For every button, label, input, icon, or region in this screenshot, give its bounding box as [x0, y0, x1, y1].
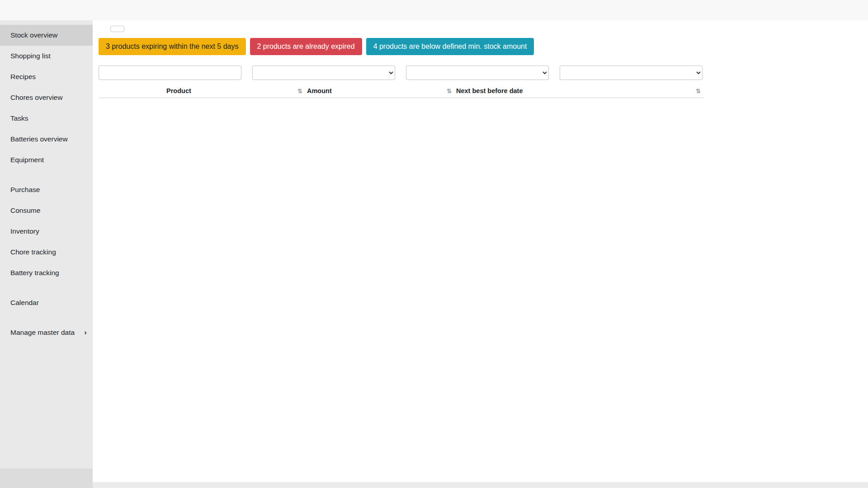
sidebar-item-inventory[interactable]: Inventory	[0, 221, 93, 242]
sort-icon[interactable]: ⇅	[447, 88, 452, 94]
sidebar-item-manage-master-data[interactable]: Manage master data ›	[0, 322, 93, 343]
sidebar-item-batteries-overview[interactable]: Batteries overview	[0, 129, 93, 150]
sidebar-item-label: Recipes	[10, 73, 36, 81]
alert-text: 3 products expiring within the next 5 da…	[106, 42, 239, 51]
sidebar-item-label: Batteries overview	[10, 135, 68, 143]
alert-badge[interactable]: 4 products are below defined min. stock …	[366, 38, 534, 55]
sidebar-item-label: Consume	[10, 206, 40, 215]
status-filter-select[interactable]	[560, 66, 703, 80]
column-header: Product	[166, 87, 191, 94]
topbar-menu	[605, 0, 641, 20]
main-content: 3 products expiring within the next 5 da…	[93, 20, 710, 98]
alert-badge[interactable]: 3 products expiring within the next 5 da…	[99, 38, 246, 55]
sidebar-item-consume[interactable]: Consume	[0, 200, 93, 221]
actions-column-header	[99, 85, 165, 98]
column-header: Next best before date	[456, 87, 523, 94]
sidebar-item-label: Equipment	[10, 156, 44, 164]
sidebar-item-label: Purchase	[10, 186, 40, 194]
journal-button[interactable]	[110, 26, 124, 32]
sidebar-item-label: Battery tracking	[10, 269, 59, 277]
sidebar-item-label: Calendar	[10, 299, 39, 307]
topbar	[0, 0, 868, 20]
sidebar-item-label: Stock overview	[10, 31, 57, 39]
filter-bar	[99, 63, 710, 80]
sidebar-item-chore-tracking[interactable]: Chore tracking	[0, 242, 93, 263]
sidebar-item-recipes[interactable]: Recipes	[0, 66, 93, 87]
alert-text: 2 products are already expired	[257, 42, 355, 51]
sidebar-item-label: Tasks	[10, 114, 28, 122]
location-filter-select[interactable]	[252, 66, 395, 80]
stock-alerts: 3 products expiring within the next 5 da…	[99, 38, 710, 55]
sidebar-item-purchase[interactable]: Purchase	[0, 179, 93, 200]
sidebar-item-shopping-list[interactable]: Shopping list	[0, 46, 93, 66]
sidebar-item-label: Shopping list	[10, 52, 51, 60]
sidebar-item-label: Chores overview	[10, 94, 62, 102]
horizontal-scrollbar[interactable]	[93, 482, 868, 488]
search-input[interactable]	[99, 66, 241, 80]
product-group-filter-select[interactable]	[406, 66, 549, 80]
sidebar-item-label: Inventory	[10, 227, 39, 235]
sort-icon[interactable]: ⇅	[297, 88, 302, 94]
alert-badge[interactable]: 2 products are already expired	[250, 38, 362, 55]
sort-icon[interactable]: ⇅	[696, 88, 701, 94]
column-header: Amount	[307, 87, 332, 94]
sidebar-item-equipment[interactable]: Equipment	[0, 150, 93, 170]
sidebar-collapse-button[interactable]	[0, 469, 93, 488]
sidebar-item-label: Chore tracking	[10, 248, 56, 256]
sidebar-item-battery-tracking[interactable]: Battery tracking	[0, 263, 93, 283]
chevron-right-icon: ›	[84, 328, 87, 337]
sidebar-item-stock-overview[interactable]: Stock overview	[0, 25, 93, 46]
sidebar-item-chores-overview[interactable]: Chores overview	[0, 87, 93, 108]
sidebar-item-calendar[interactable]: Calendar	[0, 292, 93, 313]
stock-table: Product ⇅ Amount ⇅ Next best before date…	[99, 85, 703, 98]
sidebar-item-label: Manage master data	[10, 328, 75, 337]
sidebar-item-tasks[interactable]: Tasks	[0, 108, 93, 129]
alert-text: 4 products are below defined min. stock …	[373, 42, 527, 51]
sidebar: Stock overview Shopping list Recipes Cho…	[0, 20, 93, 488]
